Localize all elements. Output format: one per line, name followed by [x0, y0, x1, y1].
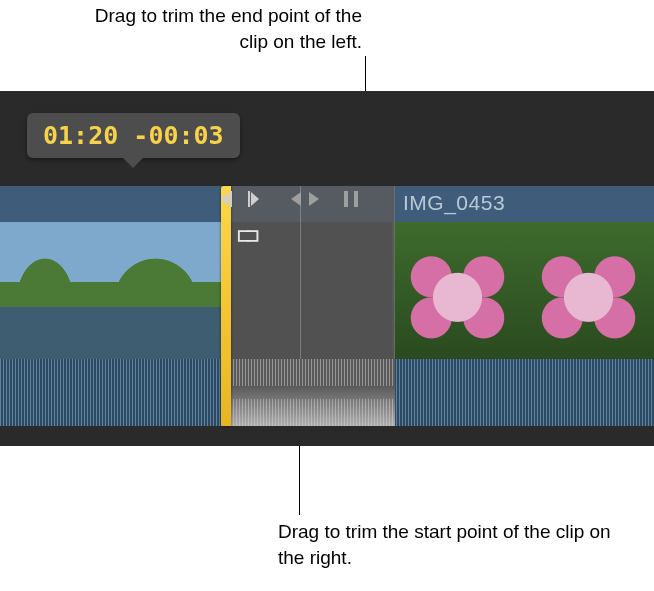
thumbnail-flower[interactable] — [392, 222, 523, 359]
waveform-graphic — [221, 359, 395, 426]
svg-rect-6 — [344, 191, 348, 207]
svg-rect-1 — [230, 191, 232, 207]
trim-left-icon[interactable] — [221, 188, 237, 214]
roll-icon[interactable] — [341, 188, 361, 214]
svg-marker-5 — [309, 192, 319, 206]
svg-marker-0 — [221, 192, 229, 206]
thumbnail-flower[interactable] — [523, 222, 654, 359]
svg-marker-3 — [251, 192, 259, 206]
timecode-tooltip: 01:20 -00:03 — [27, 113, 240, 158]
callout-top: Drag to trim the end point of the clip o… — [92, 3, 362, 54]
clip-name-label: IMG_0453 — [403, 191, 505, 215]
thumbnail-landscape[interactable] — [0, 222, 90, 359]
trim-right-icon[interactable] — [243, 188, 259, 214]
thumbnail-landscape[interactable] — [90, 222, 221, 359]
timecode-value: 01:20 — [43, 121, 118, 150]
edit-icons — [221, 188, 361, 214]
ripple-icon[interactable] — [291, 188, 319, 214]
callout-bottom: Drag to trim the start point of the clip… — [278, 519, 638, 570]
svg-marker-4 — [291, 192, 301, 206]
trim-bracket-icon: ⊏⊐ — [237, 223, 256, 248]
svg-rect-2 — [248, 191, 250, 207]
trim-handle[interactable] — [221, 186, 231, 426]
timeline[interactable]: 01:20 -00:03 ⊏⊐ — [0, 91, 654, 446]
timecode-offset: -00:03 — [133, 121, 223, 150]
svg-rect-7 — [354, 191, 358, 207]
precision-editor-audio[interactable] — [221, 359, 395, 426]
